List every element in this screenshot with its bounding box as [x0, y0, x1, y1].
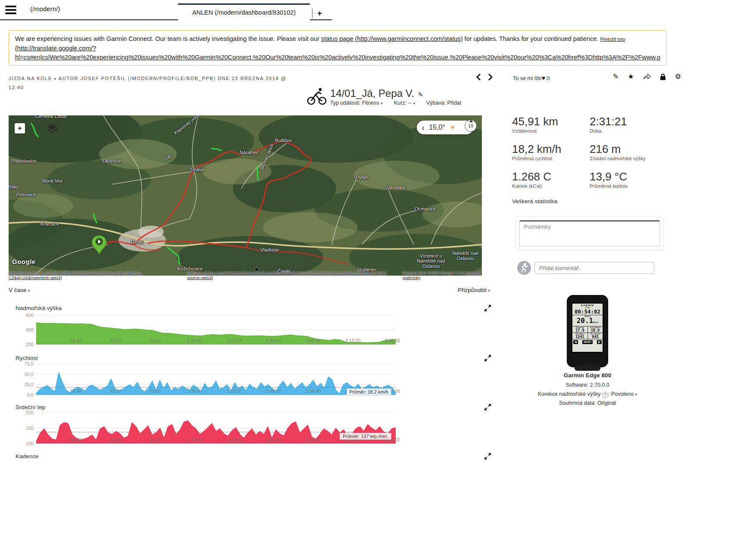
stat-label: Průměrná rychlost: [512, 156, 590, 161]
stat-label: Získání nadmořské výšky: [590, 156, 667, 161]
map-place-label: Okřešice: [103, 158, 121, 164]
lock-icon[interactable]: [660, 73, 666, 81]
likes-label: To se mi líbí: [513, 75, 542, 81]
expand-chart-icon[interactable]: [484, 355, 491, 361]
translate-url-line1[interactable]: (http://translate.google.com/?: [15, 44, 660, 53]
new-tab-button[interactable]: +: [317, 9, 322, 18]
x-axis-tick: 1:56:40: [306, 388, 321, 394]
likes-count: 0: [547, 75, 550, 81]
summary-data: Souhrnná data: Originál: [512, 400, 663, 406]
edit-icon[interactable]: ✎: [613, 73, 619, 81]
next-activity-icon[interactable]: [488, 73, 493, 81]
translate-url-line2[interactable]: hl=cs#en|cs|We%20are%20experiencing%20is…: [15, 53, 660, 62]
chevron-down-icon[interactable]: ▾: [635, 392, 637, 397]
device-name: Garmin Edge 800: [512, 372, 663, 379]
edit-title-icon[interactable]: ✎: [418, 91, 423, 98]
likes[interactable]: To se mi líbí♥ 0: [513, 75, 550, 81]
expand-chart-icon[interactable]: [484, 404, 491, 410]
activity-stats: 45,91 kmVzdálenost2:31:21Doba18,2 km/hPr…: [512, 115, 667, 189]
x-axis-tick: 1:40:00: [266, 388, 281, 394]
map-place-label: Červená Lhota: [35, 115, 66, 119]
stat-value: 1.268 C: [512, 171, 590, 183]
map-place-label: říšky: [9, 184, 19, 189]
stat-value: 216 m: [590, 143, 667, 155]
status-page-link[interactable]: status page (http://www.garminconnect.co…: [321, 35, 463, 42]
tab-separator: [312, 9, 312, 18]
gear-add-link[interactable]: Výbava: Přidat: [426, 100, 461, 106]
stat-label: Vzdálenost: [512, 128, 590, 134]
layers-icon[interactable]: [47, 123, 59, 134]
x-axis-tick: 33:20: [110, 437, 121, 442]
star-icon[interactable]: ★: [628, 73, 634, 81]
map-place-label: Vladislav: [260, 247, 279, 252]
x-axis-tick: 1:40:00: [266, 437, 281, 442]
all-statistics-link[interactable]: Veškerá statistika: [512, 198, 557, 205]
wind-direction-badge: 19: [465, 120, 477, 132]
x-axis-mode-dropdown[interactable]: V čase ▾: [9, 287, 30, 293]
heart-icon[interactable]: ♥: [542, 75, 545, 81]
help-icon[interactable]: ?: [602, 392, 608, 398]
chart-plot[interactable]: 16:4033:2050:001:06:401:23:201:40:001:56…: [36, 413, 396, 444]
notes-input[interactable]: Poznámky: [519, 220, 660, 246]
device-software: Software: 2.70.0.0: [512, 382, 663, 388]
map-attribution: (http://maps.google.com/maps?ll=49.23965…: [9, 270, 495, 280]
comment-input[interactable]: [534, 262, 654, 274]
event-type-dropdown[interactable]: Typ události: Fitness ▾: [330, 100, 383, 106]
x-axis-tick: 1:56:40: [306, 437, 321, 442]
x-axis-tick: 33:20: [110, 388, 121, 394]
y-axis-ticks: 600400200: [9, 315, 34, 345]
stat-value: 2:31:21: [590, 115, 667, 127]
chevron-down-icon: ▾: [381, 101, 383, 106]
map-link[interactable]: (http://maps.google.com/maps?ll=49.23965…: [9, 270, 187, 280]
system-warning-banner: We are experiencing issues with Garmin C…: [9, 30, 666, 65]
x-axis-tick: 16:40: [70, 388, 81, 394]
menu-path-label[interactable]: (/modern/): [30, 5, 60, 12]
expand-chart-icon[interactable]: [484, 305, 491, 311]
weather-temperature: 15,0°: [429, 124, 445, 131]
browser-tab[interactable]: ANLEN (/modern/dashboard/830102): [178, 3, 310, 20]
google-logo[interactable]: Google: [12, 258, 36, 265]
x-axis-tick: 2:13:20: [345, 338, 360, 343]
map-place-label: Třebíč: [130, 239, 144, 245]
x-axis-tick: 33:20: [110, 338, 121, 343]
prev-activity-icon[interactable]: [476, 73, 481, 81]
map-place-label: Krahulov: [41, 221, 59, 227]
x-axis-tick: 50:00: [149, 388, 160, 394]
chart-plot[interactable]: 16:4033:2050:001:06:401:23:201:40:001:56…: [36, 315, 396, 345]
map-place-label: Nová Ves: [42, 178, 62, 183]
activity-map[interactable]: Červená LhotaPřibyslaviceOkřešiceLubíKla…: [9, 115, 482, 276]
stat: 216 mZískání nadmořské výšky: [590, 143, 667, 161]
menu-icon[interactable]: [5, 6, 16, 15]
gear-icon[interactable]: ⚙: [675, 73, 681, 81]
translate-link[interactable]: Přeložit toto: [600, 37, 625, 42]
weather-prev-icon[interactable]: ‹: [422, 121, 425, 134]
map-place-label: Přibyslavice: [11, 158, 37, 164]
stat: 2:31:21Doba: [590, 115, 667, 134]
y-axis-ticks: 200150100: [9, 413, 34, 444]
share-icon[interactable]: [643, 73, 651, 80]
map-place-label: Vícenice u Náměště nad Oslavou: [412, 253, 450, 269]
stat-value: 45,91 km: [512, 115, 590, 127]
activity-meta: Typ události: Fitness ▾ Kurz: -- ▾ Výbav…: [330, 100, 461, 106]
expand-chart-icon[interactable]: [484, 453, 491, 459]
average-tooltip: Průměr: 137 tep./min.: [340, 433, 391, 440]
report-map-error-link[interactable]: Nahlásit chybu v mapě (https://www.googl…: [187, 270, 403, 280]
activity-breadcrumb: JÍZDA NA KOLE ▾ AUTOR JOSEF POTĚŠIL (/MO…: [9, 74, 293, 92]
activity-type-dropdown[interactable]: JÍZDA NA KOLE: [9, 76, 52, 81]
activity-actions: ✎ ★ ⚙: [613, 73, 681, 81]
x-axis-tick: 1:06:40: [187, 338, 202, 343]
x-axis-tick: 1:23:20: [227, 437, 242, 442]
zoom-in-button[interactable]: +: [15, 123, 25, 134]
customize-charts-dropdown[interactable]: Přizpůsobit ▾: [458, 287, 490, 293]
elevation-correction-row: Korekce nadmořské výšky ?: Povoleno ▾: [512, 391, 663, 398]
x-axis-tick: 16:40: [70, 437, 81, 442]
chart-title: Srdeční tep: [16, 404, 45, 410]
tab-dot: ·: [314, 10, 316, 16]
map-data-copyright: Mapová data ©2015 Google 1 km Smluvní po…: [403, 270, 495, 280]
banner-text: We are experiencing issues with Garmin C…: [15, 35, 321, 42]
chevron-down-icon: ▾: [28, 289, 30, 293]
map-place-label: Náměšť nad Oslavou: [448, 251, 482, 261]
map-place-label: Budišov: [275, 138, 292, 143]
course-dropdown[interactable]: Kurz: -- ▾: [394, 100, 415, 106]
chart-plot[interactable]: 16:4033:2050:001:06:401:23:201:40:001:56…: [36, 364, 396, 395]
